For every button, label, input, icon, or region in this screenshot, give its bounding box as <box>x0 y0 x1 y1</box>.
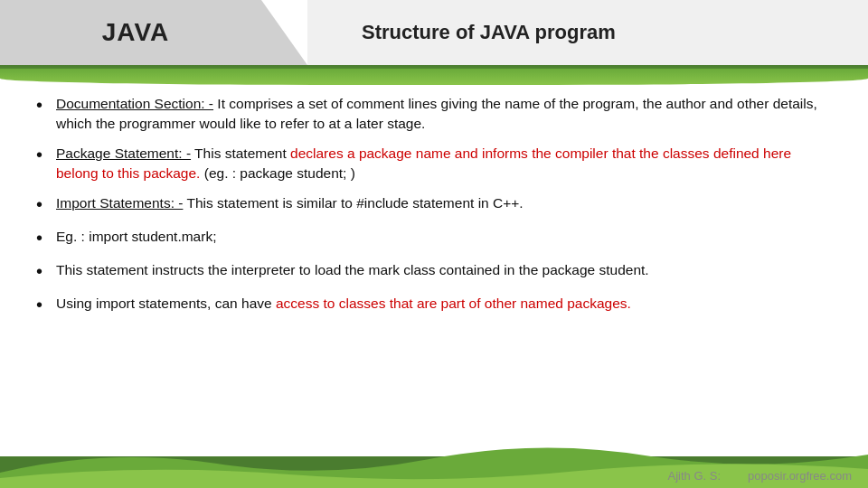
bullet-text: Package Statement: - This statement decl… <box>56 144 832 184</box>
slide: JAVA Structure of JAVA program • Documen… <box>0 0 868 488</box>
bullet-desc-cont: (eg. : package student; ) <box>204 165 355 181</box>
bullet-highlight: access to classes that are part of other… <box>276 296 631 311</box>
header: JAVA Structure of JAVA program <box>0 0 868 65</box>
bullet-text: Eg. : import student.mark; <box>56 227 832 247</box>
bullet-dot: • <box>36 92 56 118</box>
bullet-dot: • <box>36 225 56 251</box>
bullet-desc: This statement <box>194 145 290 161</box>
header-java-title: JAVA <box>102 18 170 47</box>
header-left: JAVA <box>0 0 307 65</box>
list-item: • Using import statements, can have acce… <box>36 294 832 318</box>
header-right: Structure of JAVA program <box>307 0 868 65</box>
bullet-list: • Documentation Section: - It comprises … <box>36 94 832 318</box>
bullet-text: This statement instructs the interpreter… <box>56 260 832 280</box>
bullet-term: Import Statements: - <box>56 195 183 211</box>
header-subtitle: Structure of JAVA program <box>362 21 616 44</box>
list-item: • Eg. : import student.mark; <box>36 227 832 251</box>
bullet-text: Import Statements: - This statement is s… <box>56 193 832 213</box>
bullet-term: Documentation Section: - <box>56 96 213 111</box>
main-content: • Documentation Section: - It comprises … <box>0 78 868 488</box>
footer-author: Ajith G. S: <box>668 469 722 483</box>
bullet-desc: Eg. : import student.mark; <box>56 229 216 244</box>
bullet-text: Documentation Section: - It comprises a … <box>56 94 832 135</box>
bullet-term: Package Statement: - <box>56 145 191 161</box>
bullet-dot: • <box>36 142 56 168</box>
list-item: • Documentation Section: - It comprises … <box>36 94 832 135</box>
list-item: • Package Statement: - This statement de… <box>36 144 832 184</box>
content-area: • Documentation Section: - It comprises … <box>0 78 868 488</box>
list-item: • This statement instructs the interpret… <box>36 260 832 285</box>
bullet-dot: • <box>36 292 56 318</box>
bullet-desc: This statement is similar to #include st… <box>186 195 523 211</box>
footer: Ajith G. S: poposir.orgfree.com <box>668 469 852 483</box>
list-item: • Import Statements: - This statement is… <box>36 193 832 218</box>
bullet-text: Using import statements, can have access… <box>56 294 832 314</box>
green-top-bar <box>0 65 868 78</box>
bullet-dot: • <box>36 258 56 285</box>
footer-website: poposir.orgfree.com <box>748 469 852 483</box>
bullet-desc: Using import statements, can have <box>56 296 276 311</box>
bottom-area: Ajith G. S: poposir.orgfree.com <box>0 438 868 488</box>
bullet-dot: • <box>36 192 56 218</box>
bullet-desc: This statement instructs the interpreter… <box>56 262 649 277</box>
